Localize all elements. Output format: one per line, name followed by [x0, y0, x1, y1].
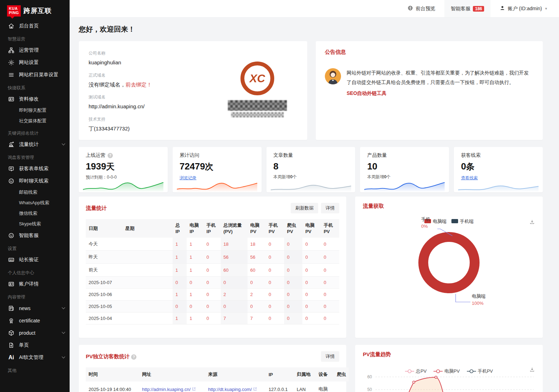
sidebar-item-traffic-stats[interactable]: 流量统计 [0, 138, 70, 150]
sidebar-item-single-page[interactable]: 单页 [0, 339, 70, 351]
sidebar-item-account-details[interactable]: 账户详情 [0, 278, 70, 290]
pv-trend-chart [355, 345, 543, 392]
company-logo-blurred-subtext [231, 112, 284, 117]
user-icon [500, 5, 505, 12]
help-icon[interactable]: ? [108, 153, 113, 158]
brand-logo-icon: KUAPING [7, 5, 21, 16]
menu-icon [8, 71, 15, 78]
front-preview-button[interactable]: 前台预览 [407, 0, 435, 17]
donut-callout-pc: 电脑端 100% [472, 293, 486, 307]
traffic-column-header: 电脑 PV [302, 219, 321, 238]
announcement-text: 网站外链对于网站的收录、权重、引流等都至关重要，为了解决外链难题，我们开发了自动… [347, 68, 529, 88]
brand-logo[interactable]: KUAPING 跨屏互联 [0, 0, 70, 20]
company-info-card: 公司名称 kuapinghulian 正式域名 没有绑定域名，前去绑定！ 测试域… [79, 41, 307, 140]
sidebar-item-label: 站长验证 [19, 257, 65, 263]
chat-icon [8, 178, 15, 185]
traffic-table: 日期星期总 IP电脑 IP手机 IP总浏览量 (PV)电脑 PV手机 PV爬虫 … [86, 219, 339, 324]
visited-url-link[interactable]: http://admin.kuaping.cn/ [142, 387, 191, 392]
bind-domain-link[interactable]: 前去绑定！ [126, 82, 152, 88]
gear-icon [8, 59, 15, 66]
sidebar-item-product[interactable]: product [0, 327, 70, 339]
sidebar-subitem-whatsapp-leads[interactable]: WhatsApp线索 [0, 198, 70, 208]
chevron-down-icon [62, 355, 65, 359]
sidebar-subitem-social-media-config[interactable]: 社交媒体配置 [0, 116, 70, 126]
home-icon [8, 23, 15, 30]
stat-card-articles: 文章数量 8 本周新增0个 [266, 147, 355, 192]
table-row: 2025-10-06110220000 [86, 289, 339, 301]
table-row: 昨天11056560000 [86, 251, 339, 264]
sidebar-subitem-wechat-leads[interactable]: 微信线索 [0, 208, 70, 219]
sidebar-item-chat-leads[interactable]: 即时聊天线索 [0, 175, 70, 187]
sidebar-section-label: 个人信息中心 [0, 266, 70, 278]
sidebar-item-news[interactable]: news [0, 302, 70, 314]
sidebar-item-site-settings[interactable]: 网站设置 [0, 56, 70, 69]
traffic-stats-card: 流量统计 刷新数据 详情 日期星期总 IP电脑 IP手机 IP总浏览量 (PV)… [79, 197, 346, 338]
sidebar-item-home[interactable]: 后台首页 [0, 20, 70, 32]
pv-trend-card: PV流量趋势 总PV 电脑PV 手机PV 60 50 [355, 345, 543, 392]
traffic-column-header: 手机 IP [204, 219, 220, 238]
sidebar-subitem-email-leads[interactable]: 邮箱线索 [0, 187, 70, 198]
sidebar-item-ai-article-management[interactable]: AiAI软文管理 [0, 351, 70, 364]
traffic-column-header: 手机 PV [266, 219, 284, 238]
account-menu[interactable]: 账户 (ID:admin) ▾ [500, 0, 547, 17]
sparkline [364, 179, 445, 192]
sidebar-item-label: product [19, 330, 58, 336]
sidebar-item-label: 网站栏目菜单设置 [19, 72, 65, 78]
table-row: 2025-10-19 14:00:40 http://admin.kuaping… [86, 381, 349, 392]
announcement-card: 公告信息 网站外链对于网站的收录、权重、引流等都至关重要，为了解决外链难题，我们… [316, 41, 543, 140]
page-greeting: 您好，欢迎回来！ [79, 25, 543, 34]
pv-detail-button[interactable]: 详情 [321, 351, 339, 362]
sidebar-section-label: 内容管理 [0, 290, 70, 302]
sidebar-section-label: 询盘客资管理 [0, 150, 70, 162]
external-link-icon [192, 387, 196, 391]
sparkline [457, 179, 539, 192]
sidebar-item-form-leads[interactable]: 获客表单线索 [0, 162, 70, 175]
help-icon[interactable]: ? [131, 354, 136, 360]
service-count-badge: 186 [473, 6, 484, 12]
traffic-column-header: 电脑 PV [248, 219, 266, 238]
sidebar-item-site-menu-settings[interactable]: 网站栏目菜单设置 [0, 69, 70, 81]
sidebar-subitem-chat-config[interactable]: 即时聊天配置 [0, 105, 70, 116]
refresh-data-button[interactable]: 刷新数据 [291, 203, 318, 213]
cube-icon [8, 329, 15, 336]
sparkline [270, 179, 352, 192]
table-row: 今天11018180000 [86, 238, 339, 251]
globe-icon [407, 5, 413, 12]
sidebar-section-label: 快捷联系 [0, 81, 70, 93]
sidebar-item-label: 后台首页 [19, 23, 65, 29]
external-link-icon [253, 387, 257, 391]
topbar: 前台预览 智能客服 186 账户 (ID:admin) ▾ [70, 0, 559, 18]
sidebar-item-certificate[interactable]: certificate [0, 314, 70, 327]
sidebar-item-operation-management[interactable]: 运营管理 [0, 44, 70, 56]
sidebar-item-label: 账户详情 [19, 281, 65, 287]
table-row: 2025-10-04110770000 [86, 313, 339, 324]
sidebar-subitem-skype-leads[interactable]: Skype线索 [0, 219, 70, 229]
sidebar-item-webmaster-verify[interactable]: SEO站长验证 [0, 253, 70, 266]
news-icon [8, 305, 15, 312]
idcard-icon [8, 96, 15, 103]
smart-service-button[interactable]: 智能客服 186 [444, 0, 490, 17]
sidebar-item-label: 流量统计 [19, 141, 58, 148]
cert-icon [8, 317, 15, 324]
traffic-column-header: 爬虫 PV [284, 219, 302, 238]
donut-chart [355, 197, 543, 338]
sidebar-nav: 后台首页智慧运营运营管理网站设置网站栏目菜单设置快捷联系资料修改即时聊天配置社交… [0, 20, 70, 375]
sidebar-item-label: certificate [19, 318, 65, 323]
traffic-detail-button[interactable]: 详情 [321, 203, 339, 213]
sidebar-item-label: 获客表单线索 [19, 166, 65, 172]
sidebar-item-label: 网站设置 [19, 59, 65, 66]
traffic-column-header: 日期 [86, 219, 122, 238]
chart-icon [8, 141, 15, 148]
sidebar-item-label: 运营管理 [19, 47, 65, 53]
traffic-column-header: 总浏览量 (PV) [221, 219, 248, 238]
sidebar-section-label: 智慧运营 [0, 32, 70, 44]
source-url-link[interactable]: http://dt.kuaping.com/ [208, 387, 252, 392]
sidebar-item-profile-edit[interactable]: 资料修改 [0, 93, 70, 105]
seo-tool-link[interactable]: SEO自动外链工具 [347, 90, 529, 97]
sitemap-icon [8, 47, 15, 54]
sidebar-item-label: 智能客服 [19, 232, 65, 239]
sidebar-item-smart-service[interactable]: 智能客服 [0, 229, 70, 242]
avatar [325, 68, 341, 84]
chevron-down-icon [62, 142, 65, 146]
seo-icon: SEO [8, 256, 15, 263]
